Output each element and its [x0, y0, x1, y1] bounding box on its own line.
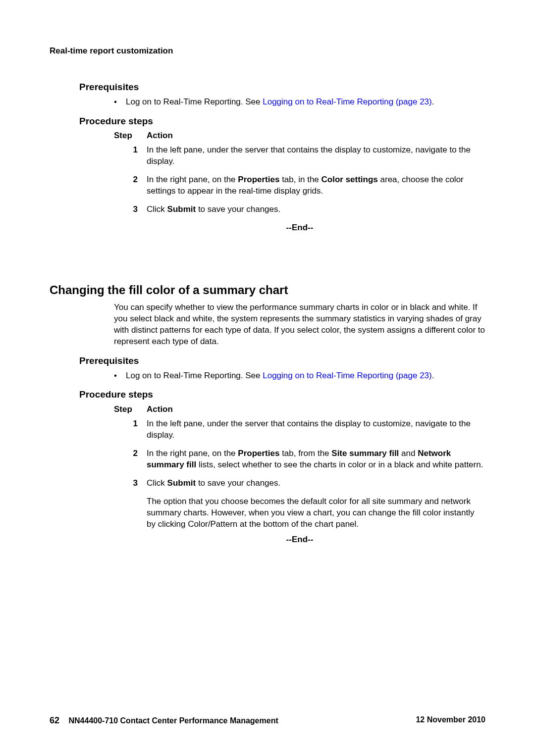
section-procedure-2: Procedure steps Step Action 1 In the lef…	[79, 388, 485, 545]
text: .	[432, 97, 434, 106]
step-table-header: Step Action	[114, 130, 485, 142]
step-row: 3 Click Submit to save your changes. The…	[114, 478, 485, 530]
heading-changing-fill-color: Changing the fill color of a summary cha…	[50, 282, 485, 298]
heading-procedure-steps: Procedure steps	[79, 388, 485, 401]
text-bold: Submit	[167, 478, 196, 488]
section-prerequisites-1: Prerequisites • Log on to Real-Time Repo…	[79, 81, 485, 108]
section-procedure-1: Procedure steps Step Action 1 In the lef…	[79, 115, 485, 234]
step-table-header: Step Action	[114, 404, 485, 415]
header-action: Action	[147, 404, 485, 415]
section-prerequisites-2: Prerequisites • Log on to Real-Time Repo…	[79, 354, 485, 382]
text: tab, from the	[279, 449, 331, 458]
text-bold: Site summary fill	[331, 449, 399, 458]
heading-prerequisites: Prerequisites	[79, 81, 485, 94]
intro-paragraph: You can specify whether to view the perf…	[114, 302, 485, 348]
section-intro: You can specify whether to view the perf…	[79, 302, 485, 348]
step-number: 1	[114, 145, 147, 167]
text: to save your changes.	[196, 478, 280, 488]
heading-procedure-steps: Procedure steps	[79, 115, 485, 128]
step-row: 1 In the left pane, under the server tha…	[114, 418, 485, 441]
step-number: 2	[114, 174, 147, 197]
text: In the right pane, on the	[147, 449, 238, 458]
text: lists, select whether to see the charts …	[196, 460, 483, 469]
text-bold: Properties	[238, 449, 279, 458]
bullet-dot-icon: •	[114, 370, 126, 382]
header-step: Step	[114, 404, 147, 415]
text: Click	[147, 478, 167, 488]
step-row: 1 In the left pane, under the server tha…	[114, 145, 485, 167]
step-action: In the right pane, on the Properties tab…	[147, 448, 485, 471]
step-action: Click Submit to save your changes.	[147, 204, 485, 215]
step-row: 2 In the right pane, on the Properties t…	[114, 448, 485, 471]
step-number: 3	[114, 478, 147, 530]
link-logging-on[interactable]: Logging on to Real-Time Reporting (page …	[263, 97, 431, 106]
text: Click	[147, 204, 167, 214]
text-bold: Color settings	[321, 175, 378, 184]
text: and	[399, 449, 418, 458]
text: Log on to Real-Time Reporting. See	[126, 371, 263, 380]
bullet-dot-icon: •	[114, 97, 126, 108]
header-step: Step	[114, 130, 147, 142]
running-head: Real-time report customization	[50, 46, 485, 57]
bullet-text: Log on to Real-Time Reporting. See Loggi…	[126, 97, 434, 108]
doc-title: NN44400-710 Contact Center Performance M…	[68, 716, 278, 725]
text-bold: Submit	[167, 204, 196, 214]
step-number: 2	[114, 448, 147, 471]
document-page: Real-time report customization Prerequis…	[0, 0, 535, 756]
text: Log on to Real-Time Reporting. See	[126, 97, 263, 106]
step-action: Click Submit to save your changes. The o…	[147, 478, 485, 530]
step-action: In the left pane, under the server that …	[147, 418, 485, 441]
footer-date: 12 November 2010	[416, 714, 485, 726]
page-number: 62	[50, 715, 59, 725]
header-action: Action	[147, 130, 485, 142]
page-footer: 62 NN44400-710 Contact Center Performanc…	[50, 714, 485, 726]
step-action: In the right pane, on the Properties tab…	[147, 174, 485, 197]
bullet-item: • Log on to Real-Time Reporting. See Log…	[114, 97, 485, 108]
text: In the right pane, on the	[147, 175, 238, 184]
text: to save your changes.	[196, 204, 280, 214]
heading-prerequisites: Prerequisites	[79, 354, 485, 367]
step-number: 3	[114, 204, 147, 215]
end-marker: --End--	[114, 534, 485, 546]
footer-left: 62 NN44400-710 Contact Center Performanc…	[50, 714, 278, 726]
text-bold: Properties	[238, 175, 279, 184]
text: .	[432, 371, 434, 380]
bullet-item: • Log on to Real-Time Reporting. See Log…	[114, 370, 485, 382]
step-row: 2 In the right pane, on the Properties t…	[114, 174, 485, 197]
step-action: In the left pane, under the server that …	[147, 145, 485, 167]
end-marker: --End--	[114, 222, 485, 234]
text: tab, in the	[279, 175, 321, 184]
step-note: The option that you choose becomes the d…	[147, 496, 485, 530]
step-number: 1	[114, 418, 147, 441]
link-logging-on[interactable]: Logging on to Real-Time Reporting (page …	[263, 371, 431, 380]
bullet-text: Log on to Real-Time Reporting. See Loggi…	[126, 370, 434, 382]
step-row: 3 Click Submit to save your changes.	[114, 204, 485, 215]
